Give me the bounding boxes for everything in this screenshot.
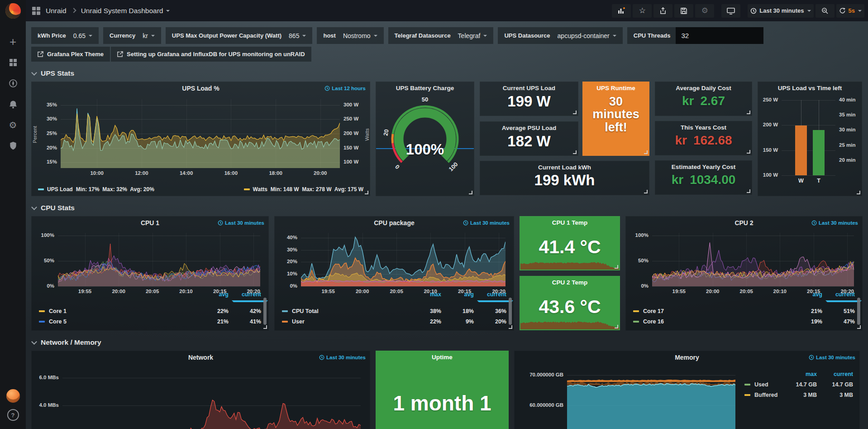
legend-item[interactable]: WattsMin: 148 W Max: 278 W Avg: 175 W (244, 186, 363, 193)
section-header-cpu-stats[interactable]: CPU Stats (32, 204, 863, 212)
sidebar: + ⚙ ? (0, 0, 26, 429)
tv-mode-button[interactable] (721, 4, 740, 18)
help-icon[interactable]: ? (7, 409, 19, 421)
clock-icon (319, 355, 324, 360)
variable-ups-datasource[interactable]: UPS Datasource apcupsd-container (498, 27, 622, 44)
row-network-memory: Network Last 30 minutes 6.0 MBs4.0 MBs2.… (31, 351, 863, 429)
section-header-ups-stats[interactable]: UPS Stats (32, 69, 863, 77)
section-header-network-memory[interactable]: Network / Memory (32, 338, 863, 347)
link-grafana-plex-theme[interactable]: Grafana Plex Theme (31, 47, 110, 62)
legend-row: Used 14.7 GB 14.7 GB (744, 379, 853, 390)
legend-row: Core 1 22% 42% (39, 306, 261, 316)
external-link-icon (117, 51, 123, 57)
panel-cpu1: CPU 1 Last 30 minutes 100%50%0%19:5520:0… (31, 216, 269, 331)
chevron-down-icon (151, 35, 155, 37)
series-color-marker (244, 188, 250, 190)
settings-gear-button[interactable]: ⚙ (695, 4, 714, 18)
ups-load-bar-chart[interactable]: 250 W200 W150 W100 W40 min35 min30 min25… (758, 96, 862, 186)
legend-row: User 22% 9% 20% (282, 316, 506, 327)
panel-time-range[interactable]: Last 30 minutes (463, 220, 510, 226)
save-button[interactable] (674, 4, 693, 18)
share-button[interactable] (653, 4, 672, 18)
panel-network: Network Last 30 minutes 6.0 MBs4.0 MBs2.… (31, 351, 370, 429)
network-chart[interactable]: 6.0 MBs4.0 MBs2.0 MBs (36, 363, 366, 429)
configuration-gear-icon[interactable]: ⚙ (0, 115, 26, 135)
cpu2-chart[interactable]: 100%50%0%19:5520:0020:0520:1020:1520:20 (630, 228, 858, 297)
template-variables-row: kWh Price 0.65 Currency kr UPS Max Outpu… (31, 27, 863, 44)
panel-current-load-kwh: Current Load kWh 199 kWh (480, 161, 649, 195)
stat-value: kr2.67 (655, 94, 752, 107)
chevron-down-icon (374, 35, 377, 37)
cpu-threads-input[interactable] (676, 27, 763, 44)
grafana-logo[interactable] (5, 3, 21, 19)
panel-time-range[interactable]: Last 12 hours (324, 86, 366, 91)
panel-time-range[interactable]: Last 30 minutes (811, 220, 858, 226)
legend-row: CPU Total 38% 18% 36% (282, 306, 506, 316)
zoom-out-button[interactable] (816, 4, 835, 18)
panel-time-range[interactable]: Last 30 minutes (809, 355, 855, 360)
add-panel-button[interactable] (612, 4, 631, 18)
panel-cpu-package: CPU package Last 30 minutes 40%30%20%10%… (274, 216, 514, 331)
time-range-picker[interactable]: Last 30 minutes (748, 4, 813, 18)
stat-value: 199 kWh (480, 173, 649, 188)
sort-caret-icon (232, 300, 268, 302)
stat-value: kr162.68 (655, 134, 752, 147)
series-color-marker (633, 310, 639, 312)
panel-time-range[interactable]: Last 30 minutes (218, 220, 264, 226)
cpu-package-chart[interactable]: 40%30%20%10%0%19:5520:0020:0520:1020:152… (279, 228, 510, 297)
series-color-marker (744, 394, 750, 396)
series-color-marker (282, 321, 288, 323)
stat-value: 43.6 °C (520, 296, 620, 318)
panel-title[interactable]: UPS Battery Charge (376, 82, 474, 92)
alerting-bell-icon[interactable] (0, 94, 26, 115)
chevron-down-icon (31, 339, 37, 345)
series-color-marker (633, 321, 639, 323)
ups-load-chart[interactable]: 35%30%25%20%15%300 W250 W200 W150 W100 W… (37, 93, 366, 180)
cost-stat-column: Average Daily Cost kr2.67 This Years Cos… (655, 82, 752, 196)
legend-scrollbar[interactable] (509, 298, 512, 325)
breadcrumb-folder[interactable]: Unraid (46, 7, 67, 15)
variable-kwh-price[interactable]: kWh Price 0.65 (31, 27, 99, 44)
legend-row: Core 5 21% 41% (39, 316, 261, 327)
stat-value: 41.4 °C (520, 236, 620, 258)
battery-gauge[interactable]: 02050100100% (376, 96, 474, 186)
breadcrumb-dashboard[interactable]: Unraid System Dashboard (81, 7, 163, 15)
memory-legend: maxcurrent Used 14.7 GB 14.7 GB Buffered… (744, 371, 853, 400)
clock-icon (809, 355, 814, 360)
refresh-button[interactable]: 5s (836, 4, 864, 18)
navbar: Unraid Unraid System Dashboard ☆ ⚙ Last … (26, 0, 868, 21)
panel-average-daily-cost: Average Daily Cost kr2.67 (655, 82, 752, 116)
sort-caret-icon (477, 300, 513, 302)
chevron-down-icon (302, 35, 306, 37)
memory-chart[interactable]: 70.000000 GB60.000000 GB50.000000 GB (515, 363, 740, 429)
dashboards-icon[interactable] (0, 52, 26, 73)
link-ups-monitoring-guide[interactable]: Setting up Grafana and InfluxDB for UPS … (111, 47, 311, 62)
explore-compass-icon[interactable] (0, 73, 26, 94)
variable-currency[interactable]: Currency kr (103, 27, 161, 44)
series-color-marker (282, 310, 288, 312)
chevron-down-icon[interactable] (166, 10, 170, 12)
user-avatar[interactable] (6, 389, 20, 403)
panel-ups-runtime: UPS Runtime 30 minutes left! (582, 82, 649, 156)
gauge-value: 100% (376, 141, 474, 158)
panel-title[interactable]: UPS Load % (32, 82, 370, 92)
chevron-down-icon (89, 35, 92, 37)
panel-time-range[interactable]: Last 30 minutes (319, 355, 366, 360)
add-icon[interactable]: + (0, 31, 26, 52)
dashboard-content: kWh Price 0.65 Currency kr UPS Max Outpu… (26, 21, 868, 429)
legend-scrollbar[interactable] (857, 298, 860, 325)
star-button[interactable]: ☆ (633, 4, 652, 18)
admin-shield-icon[interactable] (0, 135, 26, 156)
clock-icon (750, 8, 757, 14)
legend-item[interactable]: UPS LoadMin: 17% Max: 32% Avg: 20% (38, 186, 154, 193)
variable-ups-max-output[interactable]: UPS Max Output Power Capacity (Watt) 865 (166, 27, 313, 44)
dashboard-grid-icon[interactable] (32, 7, 40, 15)
cpu1-chart[interactable]: 100%50%0%19:5520:0020:0520:1020:1520:20 (36, 228, 265, 297)
panel-average-psu-load: Average PSU Load 182 W (480, 121, 578, 156)
stat-value: 30 minutes left! (583, 95, 649, 134)
legend-scrollbar[interactable] (263, 298, 267, 325)
cpu-package-legend: maxavgcurrent CPU Total 38% 18% 36% User… (282, 291, 506, 327)
variable-telegraf-datasource[interactable]: Telegraf Datasource Telegraf (388, 27, 494, 44)
variable-host[interactable]: host Nostromo (317, 27, 383, 44)
cpu-temp-column: CPU 1 Temp 41.4 °C CPU 2 Temp 43.6 °C (520, 216, 620, 331)
